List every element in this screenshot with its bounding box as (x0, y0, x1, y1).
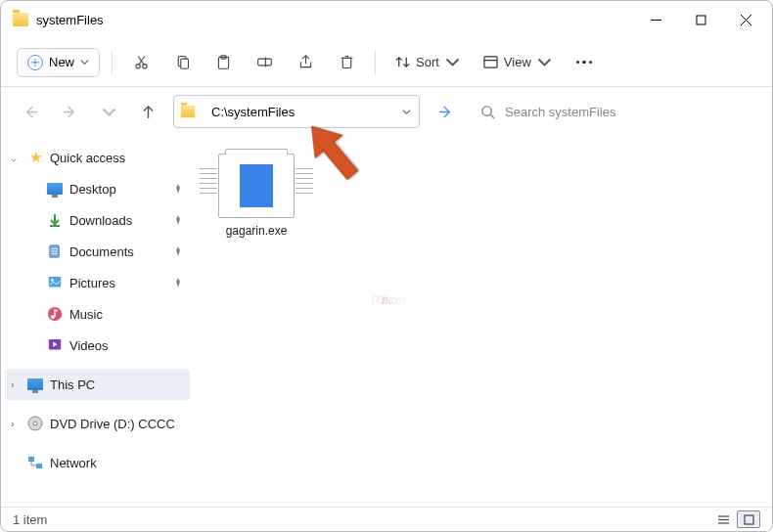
pin-icon (172, 183, 184, 195)
sidebar-item-desktop[interactable]: Desktop (24, 173, 190, 204)
svg-rect-12 (257, 59, 271, 66)
pin-icon (172, 245, 184, 257)
folder-icon (13, 13, 28, 26)
svg-point-34 (51, 279, 54, 282)
titlebar: systemFiles (1, 1, 772, 38)
forward-button[interactable] (56, 98, 83, 125)
delete-button[interactable] (330, 46, 363, 79)
window-title: systemFiles (36, 13, 104, 27)
sidebar-item-documents[interactable]: Documents (24, 236, 190, 267)
more-button[interactable] (568, 46, 601, 79)
svg-line-7 (138, 57, 144, 66)
document-icon (46, 243, 64, 260)
chevron-down-icon (445, 55, 460, 69)
new-label: New (49, 55, 74, 69)
maximize-button[interactable] (678, 1, 723, 38)
svg-line-6 (138, 57, 144, 66)
sidebar-item-downloads[interactable]: Downloads (24, 204, 190, 236)
exe-icon (218, 154, 295, 218)
icons-view-button[interactable] (737, 510, 760, 528)
search-icon (480, 105, 495, 119)
pc-icon (26, 376, 44, 393)
network-icon (26, 454, 44, 471)
address-bar[interactable] (173, 95, 420, 128)
address-input[interactable] (211, 105, 413, 119)
sidebar-item-label: Videos (69, 338, 184, 353)
close-button[interactable] (723, 1, 768, 38)
download-icon (46, 211, 64, 229)
svg-rect-14 (342, 58, 351, 67)
sidebar-item-label: This PC (50, 377, 184, 392)
separator (112, 51, 113, 74)
sidebar-item-label: Network (50, 456, 184, 470)
svg-point-4 (135, 65, 139, 68)
svg-point-40 (33, 421, 37, 425)
video-icon (46, 336, 64, 354)
svg-point-25 (482, 106, 491, 114)
recent-dropdown[interactable] (95, 98, 122, 125)
up-button[interactable] (134, 98, 161, 125)
file-item[interactable]: gagarin.exe (212, 154, 300, 238)
sidebar-item-label: Quick access (50, 151, 184, 165)
picture-icon (46, 274, 64, 291)
svg-rect-1 (697, 16, 705, 24)
plus-icon (27, 55, 43, 70)
sidebar-item-music[interactable]: Music (24, 298, 190, 330)
search-box[interactable] (471, 95, 756, 128)
copy-button[interactable] (165, 46, 199, 79)
folder-icon (181, 106, 195, 118)
back-button[interactable] (17, 98, 44, 125)
separator (375, 51, 376, 74)
chevron-down-icon (80, 58, 89, 66)
chevron-right-icon: › (11, 419, 21, 429)
svg-point-5 (142, 65, 146, 68)
sidebar-item-quick-access[interactable]: ⌵ ★ Quick access (5, 142, 190, 173)
desktop-icon (46, 180, 64, 198)
sort-icon (395, 55, 410, 69)
cut-button[interactable] (124, 46, 158, 79)
item-count: 1 item (13, 512, 47, 527)
chevron-down-icon[interactable] (402, 108, 411, 116)
content-area[interactable]: gagarin.exe (195, 136, 772, 509)
sidebar-item-label: Desktop (69, 182, 166, 197)
sidebar-item-dvd[interactable]: › DVD Drive (D:) CCCC (5, 408, 190, 439)
svg-rect-9 (180, 59, 188, 68)
sidebar-item-label: Downloads (69, 213, 166, 228)
minimize-button[interactable] (633, 1, 678, 38)
chevron-right-icon: › (11, 379, 21, 390)
chevron-down-icon: ⌵ (11, 153, 21, 163)
sort-button[interactable]: Sort (387, 49, 468, 75)
view-button[interactable]: View (476, 49, 560, 75)
share-button[interactable] (289, 46, 322, 79)
sidebar-item-videos[interactable]: Videos (24, 330, 190, 361)
sidebar-item-this-pc[interactable]: › This PC (5, 369, 190, 400)
pin-icon (172, 214, 184, 226)
star-icon: ★ (26, 149, 44, 166)
sidebar-item-network[interactable]: Network (5, 447, 190, 478)
new-button[interactable]: New (17, 48, 100, 77)
sidebar-item-label: Music (69, 307, 184, 322)
chevron-down-icon (537, 55, 552, 69)
svg-line-26 (490, 114, 494, 118)
dots-icon (576, 61, 593, 65)
svg-rect-41 (28, 457, 34, 462)
details-view-button[interactable] (711, 510, 735, 528)
sidebar-item-label: Documents (69, 244, 166, 259)
rename-button[interactable] (248, 46, 281, 79)
sort-label: Sort (416, 55, 439, 69)
search-input[interactable] (505, 105, 747, 119)
view-icon (483, 55, 498, 69)
svg-rect-19 (484, 57, 497, 67)
paste-button[interactable] (206, 46, 240, 79)
go-button[interactable] (432, 98, 459, 125)
pin-icon (172, 277, 184, 288)
sidebar-item-label: DVD Drive (D:) CCCC (50, 417, 184, 431)
file-name: gagarin.exe (212, 224, 300, 238)
sidebar-item-pictures[interactable]: Pictures (24, 267, 190, 298)
music-icon (46, 305, 64, 323)
toolbar: New Sort View (1, 38, 772, 87)
nav-row (1, 87, 772, 136)
view-label: View (504, 55, 531, 69)
svg-rect-47 (745, 515, 753, 524)
sidebar: ⌵ ★ Quick access Desktop Downloads Docum… (1, 136, 195, 509)
